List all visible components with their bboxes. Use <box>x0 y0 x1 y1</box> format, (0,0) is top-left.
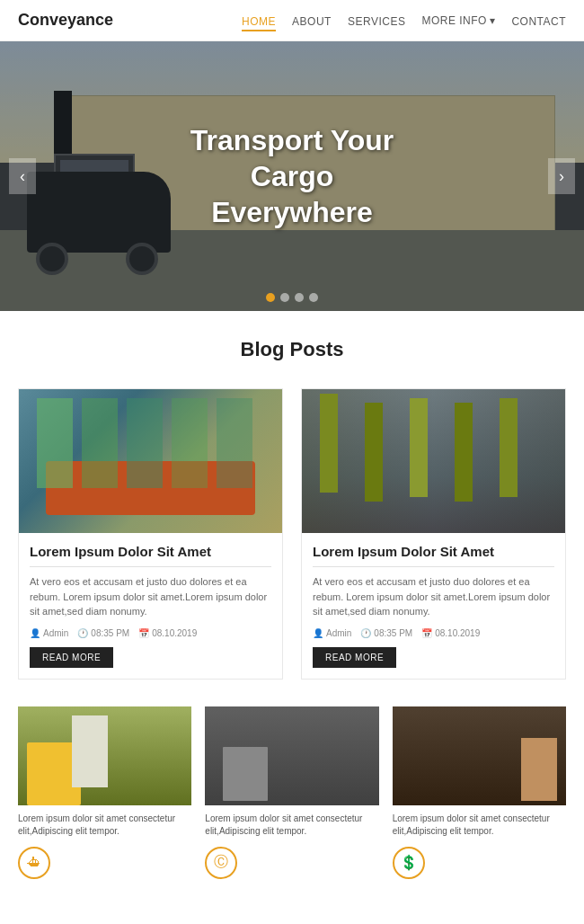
nav-link-home[interactable]: HOME <box>242 15 276 31</box>
blog-mini-3-image <box>393 706 566 805</box>
ship-icon: ⛴ <box>27 855 41 871</box>
slider-prev-button[interactable]: ‹ <box>9 158 36 194</box>
nav-item-more-info[interactable]: MORE INFO ▾ <box>421 14 495 27</box>
navbar: Conveyance HOME ABOUT SERVICES MORE INFO… <box>0 0 584 41</box>
hero-slider: Transport Your Cargo Everywhere ‹ › <box>0 41 584 311</box>
hero-title: Transport Your Cargo Everywhere <box>146 122 438 230</box>
user-icon-2: 👤 <box>313 628 323 638</box>
slider-dot-2[interactable] <box>280 293 289 302</box>
blog-card-1-text: At vero eos et accusam et justo duo dolo… <box>30 574 271 619</box>
nav-link-more-info[interactable]: MORE INFO ▾ <box>421 14 495 27</box>
blog-mini-card-1: Lorem ipsum dolor sit amet consectetur e… <box>18 706 191 879</box>
blog-mini-card-3: Lorem ipsum dolor sit amet consectetur e… <box>393 706 566 879</box>
nav-link-services[interactable]: SERVICES <box>348 15 405 28</box>
nav-item-contact[interactable]: CONTACT <box>511 13 566 29</box>
mini-icon-2: Ⓒ <box>205 847 237 879</box>
calendar-icon: 📅 <box>138 628 149 638</box>
blog-card-2-body: Lorem Ipsum Dolor Sit Amet At vero eos e… <box>302 533 565 679</box>
meta-date-2: 📅 08.10.2019 <box>421 628 480 638</box>
blog-mini-2-text: Lorem ipsum dolor sit amet consectetur e… <box>205 813 378 838</box>
blog-mini-2-image <box>205 706 378 805</box>
brand-logo[interactable]: Conveyance <box>18 11 113 30</box>
clock-icon-2: 🕐 <box>360 628 371 638</box>
blog-grid-top: Lorem Ipsum Dolor Sit Amet At vero eos e… <box>18 388 566 680</box>
meta-author-1: 👤 Admin <box>30 628 68 638</box>
blog-grid-bottom: Lorem ipsum dolor sit amet consectetur e… <box>18 706 566 879</box>
blog-section: Blog Posts Lorem Ipsum Dolor Sit Amet At… <box>0 311 584 906</box>
blog-card-2-meta: 👤 Admin 🕐 08:35 PM 📅 08.10.2019 <box>313 628 554 638</box>
read-more-button-2[interactable]: READ MORE <box>313 647 396 668</box>
blog-card-2: Lorem Ipsum Dolor Sit Amet At vero eos e… <box>301 388 566 680</box>
blog-card-2-image <box>302 389 565 533</box>
slider-dot-1[interactable] <box>266 293 275 302</box>
nav-links: HOME ABOUT SERVICES MORE INFO ▾ CONTACT <box>242 13 566 29</box>
slider-dot-4[interactable] <box>309 293 318 302</box>
meta-time-2: 🕐 08:35 PM <box>360 628 412 638</box>
read-more-button-1[interactable]: READ MORE <box>30 647 113 668</box>
nav-item-services[interactable]: SERVICES <box>348 13 405 29</box>
user-icon: 👤 <box>30 628 40 638</box>
blog-mini-1-text: Lorem ipsum dolor sit amet consectetur e… <box>18 813 191 838</box>
blog-card-2-title: Lorem Ipsum Dolor Sit Amet <box>313 544 554 567</box>
nav-item-about[interactable]: ABOUT <box>292 13 332 29</box>
slider-next-button[interactable]: › <box>548 158 575 194</box>
slider-dot-3[interactable] <box>295 293 304 302</box>
mini-icon-3: 💲 <box>393 847 425 879</box>
blog-mini-card-2: Lorem ipsum dolor sit amet consectetur e… <box>205 706 378 879</box>
nav-link-about[interactable]: ABOUT <box>292 15 332 28</box>
blog-card-1-meta: 👤 Admin 🕐 08:35 PM 📅 08.10.2019 <box>30 628 271 638</box>
circle-icon: Ⓒ <box>214 853 228 872</box>
slider-dots <box>266 293 318 302</box>
mini-icon-1: ⛴ <box>18 847 50 879</box>
calendar-icon-2: 📅 <box>421 628 432 638</box>
dollar-icon: 💲 <box>400 854 418 871</box>
blog-mini-1-image <box>18 706 191 805</box>
blog-mini-3-text: Lorem ipsum dolor sit amet consectetur e… <box>393 813 566 838</box>
meta-time-1: 🕐 08:35 PM <box>77 628 129 638</box>
meta-author-2: 👤 Admin <box>313 628 351 638</box>
meta-date-1: 📅 08.10.2019 <box>138 628 197 638</box>
blog-section-title: Blog Posts <box>18 338 566 361</box>
nav-item-home[interactable]: HOME <box>242 13 276 29</box>
chevron-down-icon: ▾ <box>490 14 496 27</box>
blog-card-1-body: Lorem Ipsum Dolor Sit Amet At vero eos e… <box>19 533 282 679</box>
blog-card-1-title: Lorem Ipsum Dolor Sit Amet <box>30 544 271 567</box>
blog-card-1-image <box>19 389 282 533</box>
nav-link-contact[interactable]: CONTACT <box>511 15 566 28</box>
hero-text-block: Transport Your Cargo Everywhere <box>146 122 438 230</box>
clock-icon: 🕐 <box>77 628 88 638</box>
blog-card-2-text: At vero eos et accusam et justo duo dolo… <box>313 574 554 619</box>
blog-card-1: Lorem Ipsum Dolor Sit Amet At vero eos e… <box>18 388 283 680</box>
